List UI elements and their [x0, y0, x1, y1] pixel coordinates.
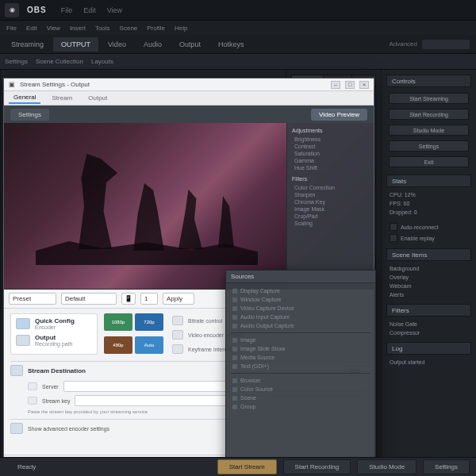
panel-header: Scene Items — [386, 248, 471, 261]
source-item[interactable]: Image — [240, 337, 255, 343]
titlebar-menu: File Edit View — [61, 6, 122, 14]
menu-item[interactable]: Help — [175, 25, 187, 32]
list-item[interactable]: Compressor — [390, 330, 468, 336]
dialog-tab[interactable]: Output — [83, 93, 112, 103]
source-icon — [232, 315, 237, 320]
source-icon — [232, 347, 237, 351]
maximize-button[interactable]: □ — [345, 81, 355, 89]
side-item[interactable]: Chroma Key — [292, 198, 369, 205]
source-icon — [232, 396, 237, 401]
side-item[interactable]: Gamma — [292, 157, 369, 164]
checkbox[interactable] — [390, 234, 397, 242]
side-item[interactable]: Image Mask — [292, 205, 369, 213]
menu-item[interactable]: Insert — [70, 25, 86, 32]
list-item[interactable]: Noise Gate — [390, 321, 468, 327]
menu-item[interactable]: Profile — [147, 25, 165, 32]
source-item[interactable]: Video Capture Device — [240, 305, 294, 311]
side-item[interactable]: Contrast — [292, 143, 369, 150]
right-panel-b: Controls Start Streaming Start Recording… — [381, 70, 476, 476]
titlebar-menu-item[interactable]: File — [61, 6, 73, 14]
resolution-swatch[interactable]: 1080p — [104, 313, 132, 331]
panel-header: Log — [386, 342, 471, 355]
source-item[interactable]: Window Capture — [240, 297, 282, 302]
video-preview[interactable]: Adjustments Brightness Contrast Saturati… — [4, 123, 374, 290]
source-item[interactable]: Group — [240, 404, 255, 409]
list-item[interactable]: Background — [390, 266, 468, 271]
menu-item[interactable]: Tools — [95, 25, 110, 32]
subtab-pill[interactable]: Settings — [10, 109, 49, 121]
dialog-tab[interactable]: Stream — [47, 93, 77, 103]
source-item[interactable]: Image Slide Show — [240, 346, 285, 351]
dialog-titlebar[interactable]: ▣ Stream Settings - Output – □ × — [4, 79, 374, 91]
start-recording-button[interactable]: Start Recording — [283, 459, 351, 474]
toolstrip-item[interactable]: Scene Collection — [36, 58, 83, 65]
dialog-tab[interactable]: General — [9, 92, 40, 104]
monitor-icon — [16, 318, 30, 329]
side-item[interactable]: Saturation — [292, 150, 369, 157]
minimize-button[interactable]: – — [331, 81, 340, 89]
source-item[interactable]: Browser — [240, 378, 261, 383]
toolstrip-item[interactable]: Settings — [5, 58, 28, 65]
control-button[interactable]: Studio Mode — [389, 125, 469, 136]
list-item[interactable]: Overlay — [390, 274, 468, 280]
resolution-swatch[interactable]: 720p — [135, 313, 163, 331]
ribbon-tab[interactable]: Streaming — [3, 37, 52, 52]
page-input[interactable]: 1 — [140, 293, 158, 305]
menu-item[interactable]: View — [47, 25, 60, 32]
menu-item[interactable]: Edit — [26, 25, 37, 32]
side-item[interactable]: Hue Shift — [292, 164, 369, 171]
sources-header[interactable]: Sources — [226, 271, 375, 283]
ribbon-tab[interactable]: Hotkeys — [210, 37, 252, 52]
apply-button[interactable]: Apply — [163, 293, 194, 305]
source-item[interactable]: Scene — [240, 395, 256, 401]
key-icon — [28, 397, 37, 405]
source-item[interactable]: Audio Output Capture — [240, 323, 294, 328]
ribbon-tabs: Streaming OUTPUT Video Audio Output Hotk… — [0, 35, 476, 54]
list-item[interactable]: Webcam — [390, 283, 468, 289]
source-item[interactable]: Display Capture — [240, 288, 280, 294]
menu-item[interactable]: Scene — [120, 25, 138, 32]
resolution-swatch[interactable]: Auto — [135, 336, 163, 354]
dialog-tabs: General Stream Output — [4, 91, 374, 106]
ribbon-tab[interactable]: Output — [171, 37, 209, 52]
control-button[interactable]: Start Streaming — [389, 93, 469, 104]
phone-icon[interactable]: 📱 — [121, 293, 136, 305]
quick-sub: Encoder — [35, 324, 75, 330]
source-item[interactable]: Media Source — [240, 355, 274, 360]
list-item[interactable]: Alerts — [390, 292, 468, 298]
ribbon-search[interactable] — [422, 40, 470, 49]
mid-label: Bitrate control — [188, 318, 222, 324]
side-item[interactable]: Scaling — [292, 220, 369, 227]
control-button[interactable]: Settings — [389, 140, 469, 152]
ribbon-tab[interactable]: OUTPUT — [53, 37, 98, 52]
sources-panel: Sources Display Capture Window Capture V… — [225, 270, 376, 474]
source-item[interactable]: Text (GDI+) — [240, 363, 269, 369]
source-item[interactable]: Audio Input Capture — [240, 314, 290, 320]
side-item[interactable]: Brightness — [292, 136, 369, 143]
stat-label: FPS: 60 — [390, 201, 468, 206]
titlebar-menu-item[interactable]: View — [107, 6, 122, 14]
preset-select[interactable]: Default — [61, 293, 117, 305]
start-stream-button[interactable]: Start Stream — [217, 459, 277, 474]
side-item[interactable]: Crop/Pad — [292, 213, 369, 220]
quick-title: Quick Config — [35, 317, 75, 324]
control-button[interactable]: Start Recording — [389, 109, 469, 120]
subtab-pill[interactable]: Video Preview — [311, 109, 367, 121]
ribbon-tab[interactable]: Audio — [136, 37, 170, 52]
checkbox[interactable] — [390, 223, 397, 231]
source-icon — [232, 378, 237, 383]
studio-mode-button[interactable]: Studio Mode — [357, 459, 416, 474]
settings-button[interactable]: Settings — [423, 459, 470, 474]
titlebar-menu-item[interactable]: Edit — [83, 6, 96, 14]
menu-item[interactable]: File — [6, 25, 17, 32]
source-item[interactable]: Color Source — [240, 386, 273, 392]
field-label: Stream key — [42, 398, 70, 404]
toolstrip-item[interactable]: Layouts — [91, 58, 113, 65]
side-item[interactable]: Color Correction — [292, 184, 369, 191]
control-button[interactable]: Exit — [389, 156, 469, 167]
ribbon-tab[interactable]: Video — [100, 37, 134, 52]
stat-label: CPU: 12% — [390, 192, 468, 198]
resolution-swatch[interactable]: 480p — [104, 336, 132, 354]
side-item[interactable]: Sharpen — [292, 191, 369, 198]
close-button[interactable]: × — [359, 81, 369, 89]
